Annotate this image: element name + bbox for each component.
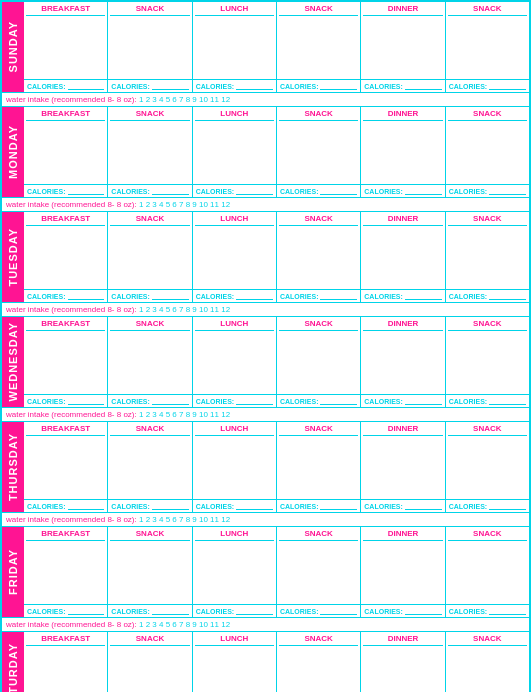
calories-input-line-thursday-3[interactable]	[320, 502, 357, 510]
meal-content-friday-1[interactable]	[110, 541, 189, 602]
day-label-text-friday: FRIDAY	[7, 549, 19, 595]
meal-content-monday-4[interactable]	[363, 121, 442, 182]
water-numbers-wednesday[interactable]: 1 2 3 4 5 6 7 8 9 10 11 12	[139, 410, 230, 419]
day-label-thursday: THURSDAY	[2, 422, 24, 512]
calories-input-line-sunday-5[interactable]	[489, 82, 526, 90]
calories-input-line-friday-0[interactable]	[68, 607, 105, 615]
meal-content-sunday-1[interactable]	[110, 16, 189, 77]
meal-content-friday-2[interactable]	[195, 541, 274, 602]
calories-input-line-friday-1[interactable]	[152, 607, 189, 615]
meal-content-monday-1[interactable]	[110, 121, 189, 182]
meal-header-breakfast-0: Breakfast	[26, 634, 105, 646]
calories-input-line-monday-3[interactable]	[320, 187, 357, 195]
calories-input-line-monday-4[interactable]	[405, 187, 442, 195]
meal-content-sunday-5[interactable]	[448, 16, 527, 77]
water-numbers-tuesday[interactable]: 1 2 3 4 5 6 7 8 9 10 11 12	[139, 305, 230, 314]
calories-label-sunday-5: CALORIES:	[449, 83, 488, 90]
calories-input-line-monday-0[interactable]	[68, 187, 105, 195]
meal-cell-friday-snack-1: Snack	[108, 527, 192, 604]
meal-content-tuesday-3[interactable]	[279, 226, 358, 287]
calories-input-line-sunday-0[interactable]	[68, 82, 105, 90]
calories-input-line-thursday-1[interactable]	[152, 502, 189, 510]
calories-input-line-sunday-2[interactable]	[236, 82, 273, 90]
calories-input-line-monday-2[interactable]	[236, 187, 273, 195]
meal-content-sunday-2[interactable]	[195, 16, 274, 77]
calories-cell-friday-3: CALORIES:	[277, 605, 361, 617]
meal-content-wednesday-3[interactable]	[279, 331, 358, 392]
meal-content-thursday-1[interactable]	[110, 436, 189, 497]
calories-input-line-tuesday-5[interactable]	[489, 292, 526, 300]
meal-content-sunday-0[interactable]	[26, 16, 105, 77]
calories-input-line-wednesday-4[interactable]	[405, 397, 442, 405]
meal-content-friday-5[interactable]	[448, 541, 527, 602]
calories-input-line-sunday-1[interactable]	[152, 82, 189, 90]
meal-content-wednesday-1[interactable]	[110, 331, 189, 392]
calories-input-line-thursday-2[interactable]	[236, 502, 273, 510]
meal-content-wednesday-2[interactable]	[195, 331, 274, 392]
meal-content-saturday-2[interactable]	[195, 646, 274, 692]
meal-content-monday-2[interactable]	[195, 121, 274, 182]
meal-content-friday-4[interactable]	[363, 541, 442, 602]
meal-content-tuesday-0[interactable]	[26, 226, 105, 287]
meal-content-thursday-3[interactable]	[279, 436, 358, 497]
calories-input-line-tuesday-4[interactable]	[405, 292, 442, 300]
meal-content-tuesday-4[interactable]	[363, 226, 442, 287]
day-block-friday: FRIDAYBreakfastSnackLunchSnackDinnerSnac…	[2, 527, 529, 618]
calories-input-line-friday-5[interactable]	[489, 607, 526, 615]
calories-input-line-thursday-0[interactable]	[68, 502, 105, 510]
meal-content-saturday-0[interactable]	[26, 646, 105, 692]
calories-label-friday-2: CALORIES:	[196, 608, 235, 615]
meal-content-wednesday-5[interactable]	[448, 331, 527, 392]
calories-input-line-monday-1[interactable]	[152, 187, 189, 195]
meal-content-friday-3[interactable]	[279, 541, 358, 602]
meal-content-tuesday-2[interactable]	[195, 226, 274, 287]
water-numbers-friday[interactable]: 1 2 3 4 5 6 7 8 9 10 11 12	[139, 620, 230, 629]
calories-input-line-friday-4[interactable]	[405, 607, 442, 615]
meal-content-thursday-2[interactable]	[195, 436, 274, 497]
meal-content-monday-0[interactable]	[26, 121, 105, 182]
meal-content-monday-3[interactable]	[279, 121, 358, 182]
meal-content-wednesday-0[interactable]	[26, 331, 105, 392]
calories-input-line-friday-2[interactable]	[236, 607, 273, 615]
calories-input-line-tuesday-1[interactable]	[152, 292, 189, 300]
meal-content-saturday-1[interactable]	[110, 646, 189, 692]
calories-input-line-wednesday-5[interactable]	[489, 397, 526, 405]
meal-content-saturday-5[interactable]	[448, 646, 527, 692]
meal-content-friday-0[interactable]	[26, 541, 105, 602]
meal-content-tuesday-1[interactable]	[110, 226, 189, 287]
meal-content-thursday-4[interactable]	[363, 436, 442, 497]
calories-input-line-tuesday-3[interactable]	[320, 292, 357, 300]
calories-input-line-thursday-4[interactable]	[405, 502, 442, 510]
meal-content-wednesday-4[interactable]	[363, 331, 442, 392]
meal-content-monday-5[interactable]	[448, 121, 527, 182]
meal-header-lunch-2: Lunch	[195, 634, 274, 646]
meal-content-saturday-4[interactable]	[363, 646, 442, 692]
calories-input-line-wednesday-1[interactable]	[152, 397, 189, 405]
calories-input-line-wednesday-0[interactable]	[68, 397, 105, 405]
calories-input-line-wednesday-3[interactable]	[320, 397, 357, 405]
meal-header-snack-5: Snack	[448, 634, 527, 646]
calories-input-line-sunday-3[interactable]	[320, 82, 357, 90]
water-numbers-sunday[interactable]: 1 2 3 4 5 6 7 8 9 10 11 12	[139, 95, 230, 104]
calories-input-line-thursday-5[interactable]	[489, 502, 526, 510]
calories-cell-friday-2: CALORIES:	[193, 605, 277, 617]
calories-input-line-tuesday-0[interactable]	[68, 292, 105, 300]
calories-input-line-sunday-4[interactable]	[405, 82, 442, 90]
calories-input-line-friday-3[interactable]	[320, 607, 357, 615]
water-numbers-monday[interactable]: 1 2 3 4 5 6 7 8 9 10 11 12	[139, 200, 230, 209]
meal-content-tuesday-5[interactable]	[448, 226, 527, 287]
meal-cell-wednesday-snack-1: Snack	[108, 317, 192, 394]
water-numbers-thursday[interactable]: 1 2 3 4 5 6 7 8 9 10 11 12	[139, 515, 230, 524]
meal-content-sunday-4[interactable]	[363, 16, 442, 77]
meal-content-thursday-5[interactable]	[448, 436, 527, 497]
meal-content-sunday-3[interactable]	[279, 16, 358, 77]
calories-input-line-monday-5[interactable]	[489, 187, 526, 195]
water-text-friday: water intake (recommended 8- 8 oz):	[6, 620, 139, 629]
day-label-tuesday: TUESDAY	[2, 212, 24, 302]
meal-cells-monday: BreakfastSnackLunchSnackDinnerSnack	[24, 107, 529, 185]
calories-input-line-wednesday-2[interactable]	[236, 397, 273, 405]
calories-input-line-tuesday-2[interactable]	[236, 292, 273, 300]
meal-content-saturday-3[interactable]	[279, 646, 358, 692]
meal-header-snack-1: Snack	[110, 319, 189, 331]
meal-content-thursday-0[interactable]	[26, 436, 105, 497]
